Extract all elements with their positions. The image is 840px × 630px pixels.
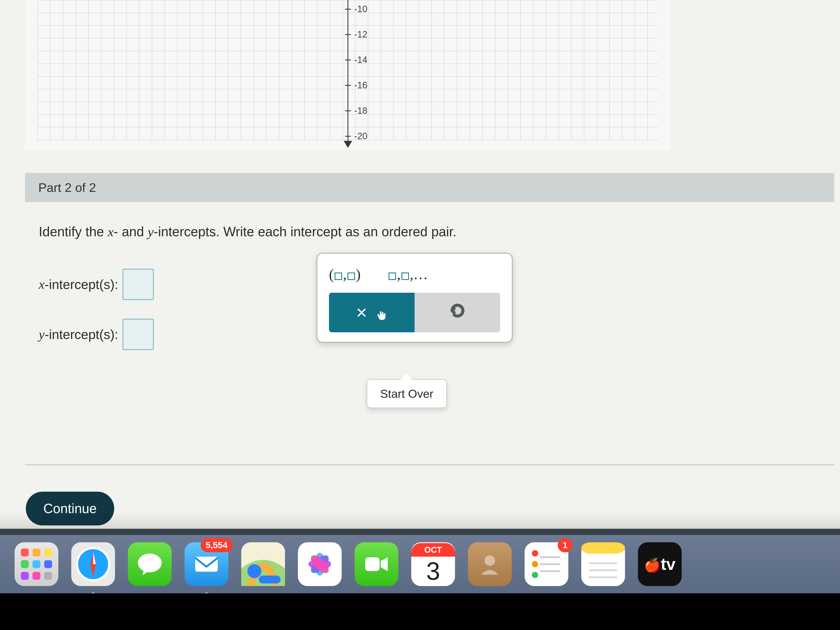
hand-cursor-icon [376,306,387,319]
question-var-x: x [108,224,114,239]
question-fragment: - and [114,224,148,239]
svg-rect-23 [581,542,625,554]
dock-messages-icon[interactable] [128,542,172,586]
axis-arrow-down-icon [344,141,352,148]
palette-ordered-pair-button[interactable]: (,) [329,266,361,283]
y-axis-ticks: -10 -12 -14 -16 -18 -20 [348,0,390,141]
dock-maps-icon[interactable] [241,542,285,586]
svg-rect-17 [365,557,380,571]
dock-reminders-icon[interactable]: 1 [524,542,568,586]
tick-label: -12 [354,29,368,39]
svg-point-18 [485,556,495,566]
question-fragment: -intercepts. Write each intercept as an … [153,224,456,239]
tick-label: -16 [354,80,368,90]
palette-undo-button[interactable] [415,293,500,332]
x-intercept-label: -intercept(s): [44,277,118,292]
below-screen-black [0,593,840,630]
start-over-tooltip: Start Over [367,379,447,408]
svg-rect-5 [195,557,218,572]
svg-point-7 [247,564,261,578]
tick-label: -20 [354,131,368,141]
tooltip-text: Start Over [380,387,433,400]
mail-badge: 5,554 [201,538,232,552]
dock-calendar-icon[interactable]: OCT 3 [411,542,455,586]
tv-label: tv [661,555,676,573]
dock-notes-icon[interactable] [581,542,625,586]
question-fragment: Identify the [39,224,108,239]
dock-mail-icon[interactable]: 5,554 [185,542,228,586]
input-palette: (,) ,,… × [317,253,513,343]
question-text: Identify the x- and y-intercepts. Write … [39,223,827,241]
undo-icon [449,303,466,323]
palette-list-button[interactable]: ,,… [388,266,428,283]
y-intercept-label: -intercept(s): [44,327,118,342]
tick-label: -14 [354,55,368,65]
dock-launchpad-icon[interactable] [14,542,58,586]
question-var-y: y [148,224,153,239]
dock-facetime-icon[interactable] [355,542,398,586]
calendar-day: 3 [426,557,440,586]
part-header: Part 2 of 2 [25,173,834,202]
svg-point-4 [138,554,162,572]
dock-photos-icon[interactable] [298,542,342,586]
part-header-text: Part 2 of 2 [38,180,96,195]
palette-clear-button[interactable]: × [329,293,415,332]
x-intercept-var: x [39,277,44,292]
macos-dock: 5,554 OCT [0,535,840,593]
dock-safari-icon[interactable] [71,542,115,586]
y-intercept-var: y [39,327,44,342]
reminders-badge: 1 [558,538,573,552]
tick-label: -10 [354,4,368,14]
y-intercept-input[interactable] [123,319,154,350]
svg-rect-8 [259,576,281,584]
calendar-month: OCT [411,543,455,557]
graph-panel: -10 -12 -14 -16 -18 -20 [25,0,671,150]
x-intercept-row: x-intercept(s): [39,269,154,300]
clear-x-icon: × [356,302,367,323]
tick-label: -18 [354,106,368,116]
y-intercept-row: y-intercept(s): [39,319,154,350]
dock-contacts-icon[interactable] [468,542,512,586]
dock-appletv-icon[interactable]: 🍎tv [638,542,682,586]
section-divider [25,464,834,466]
x-intercept-input[interactable] [123,269,154,300]
